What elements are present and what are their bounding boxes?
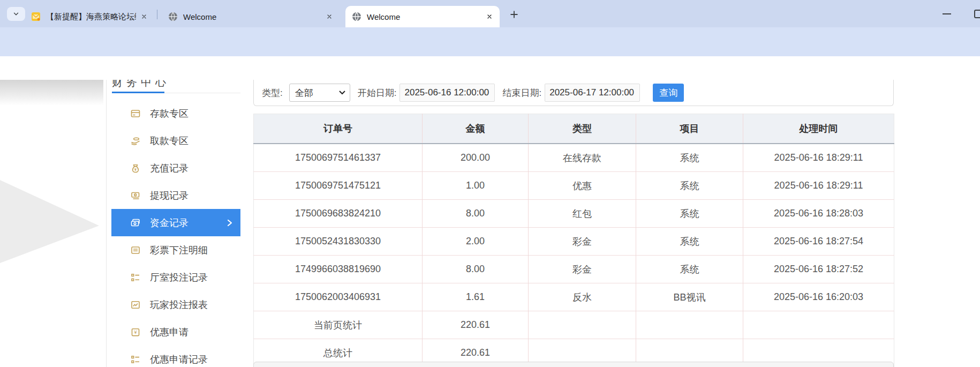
browser-toolbar: js13.cc/hhcp/usercenter.html?iniType=6: [0, 27, 980, 56]
records-table: 订单号 金额 类型 项目 处理时间 1750069751461337200.00…: [253, 114, 894, 367]
end-date-input[interactable]: [545, 84, 640, 102]
search-button[interactable]: 查询: [653, 84, 684, 102]
sidebar-item-promo-apply-records[interactable]: 优惠申请记录: [111, 346, 240, 367]
record-list-icon: [130, 272, 141, 283]
tab-title: Welcome: [367, 12, 481, 21]
svg-text:¥: ¥: [134, 168, 137, 171]
type-select[interactable]: 全部: [289, 84, 350, 102]
end-date-label: 结束日期:: [502, 87, 541, 99]
select-caret-icon: [339, 91, 345, 95]
col-process-time: 处理时间: [743, 114, 894, 144]
page-viewport: 财务中心 存款专区 取款专区 ¥ 充值记录 提现记录 资金记录 彩票下注明细: [0, 80, 980, 367]
globe-favicon-icon: [168, 12, 178, 21]
chevron-down-icon: [12, 10, 20, 18]
sidebar-heading-active-underline: [112, 92, 164, 93]
filter-panel: 类型: 全部 开始日期: 结束日期: 查询: [253, 80, 894, 106]
tab-search-button[interactable]: [7, 7, 25, 21]
maximize-button[interactable]: [971, 9, 980, 19]
tab-close-icon[interactable]: [485, 12, 494, 21]
background-banner: [0, 80, 103, 106]
start-date-label: 开始日期:: [358, 87, 397, 99]
minimize-button[interactable]: [940, 9, 954, 19]
sidebar-left-border: [106, 80, 107, 367]
sidebar-item-recharge-records[interactable]: ¥ 充值记录: [111, 154, 240, 182]
coupon-icon: ¥: [130, 327, 141, 338]
tab-title: 【新提醒】海燕策略论坛综合交: [46, 12, 136, 22]
col-project: 项目: [636, 114, 743, 144]
col-order-id: 订单号: [254, 114, 423, 144]
browser-window: 【新提醒】海燕策略论坛综合交 Welcome Welcome: [0, 0, 980, 367]
record-list-icon: [130, 354, 141, 365]
chart-report-icon: [130, 299, 141, 310]
sidebar-item-withdrawal-records[interactable]: 提现记录: [111, 182, 240, 209]
deposit-card-icon: [130, 108, 141, 119]
sidebar-item-deposit[interactable]: 存款专区: [111, 100, 240, 127]
mail-favicon-icon: [31, 12, 41, 21]
start-date-input[interactable]: [399, 84, 495, 102]
tab-separator: [157, 10, 157, 19]
sidebar-item-player-bet-report[interactable]: 玩家投注报表: [111, 291, 240, 318]
table-row: 17499660388196908.00彩金系统2025-06-16 18:27…: [254, 256, 894, 283]
tab-close-icon[interactable]: [325, 12, 334, 21]
table-row: 1750069751461337200.00在线存款系统2025-06-16 1…: [254, 144, 894, 172]
sidebar-item-lottery-bet-detail[interactable]: 彩票下注明细: [111, 236, 240, 264]
chevron-right-icon: [227, 219, 233, 227]
sidebar-heading: 财务中心: [112, 80, 192, 92]
table-row: 17500524318303302.00彩金系统2025-06-16 18:27…: [254, 228, 894, 256]
summary-row-current-page: 当前页统计220.61: [254, 311, 894, 339]
sidebar-item-withdraw[interactable]: 取款专区: [111, 127, 240, 154]
tab-welcome-1[interactable]: Welcome: [162, 6, 338, 27]
globe-favicon-icon: [352, 12, 361, 21]
cash-card-icon: [130, 190, 141, 201]
sidebar-item-hall-bet-records[interactable]: 厅室投注记录: [111, 264, 240, 291]
type-label: 类型:: [262, 87, 283, 99]
background-triangle: [0, 180, 99, 263]
col-amount: 金额: [423, 114, 529, 144]
wallet-cards-icon: [130, 218, 141, 228]
table-header-row: 订单号 金额 类型 项目 处理时间: [254, 114, 894, 144]
bookmarks-bar: 百度一下: [0, 56, 980, 80]
tab-welcome-2-active[interactable]: Welcome: [345, 6, 500, 27]
next-panel-top: [253, 362, 894, 367]
svg-text:¥: ¥: [133, 329, 137, 335]
table-row: 17500696838242108.00红包系统2025-06-16 18:28…: [254, 200, 894, 228]
col-type: 类型: [529, 114, 636, 144]
tab-close-icon[interactable]: [139, 12, 149, 21]
new-tab-button[interactable]: [509, 9, 519, 20]
table-row: 17500697514751211.00优惠系统2025-06-16 18:29…: [254, 172, 894, 200]
tab-title: Welcome: [183, 12, 321, 21]
sidebar-item-promo-apply[interactable]: ¥ 优惠申请: [111, 318, 240, 346]
sidebar-item-fund-records[interactable]: 资金记录: [111, 209, 240, 236]
records-table-container: 订单号 金额 类型 项目 处理时间 1750069751461337200.00…: [253, 114, 894, 367]
money-bag-icon: ¥: [130, 163, 141, 174]
tab-strip: 【新提醒】海燕策略论坛综合交 Welcome Welcome: [0, 0, 980, 27]
tab-forum[interactable]: 【新提醒】海燕策略论坛综合交: [25, 6, 153, 27]
withdraw-hand-icon: [130, 136, 141, 146]
list-icon: [130, 245, 141, 256]
table-row: 17500620034069311.61反水BB视讯2025-06-16 16:…: [254, 283, 894, 311]
